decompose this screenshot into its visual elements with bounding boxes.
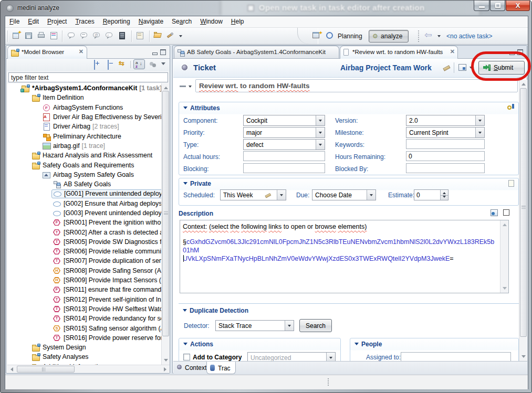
estimate-spinner[interactable]: 0	[414, 189, 448, 200]
description-link[interactable]: §cGxhdGZvcm06L3Jlc291cmNlL0FpcmJhZ1N5c3R…	[183, 238, 498, 263]
attributes-action-icon[interactable]	[507, 104, 514, 111]
back-navigation-icon[interactable]: ⇦	[424, 31, 435, 41]
private-section-header[interactable]: Private	[183, 180, 211, 187]
attr-field-component[interactable]: Cockpit	[243, 115, 325, 126]
filter-input[interactable]	[8, 72, 168, 82]
tree-item[interactable]: [G001] Prevent unintended deployment	[7, 189, 161, 198]
menu-edit[interactable]: Edit	[24, 16, 43, 28]
close-icon[interactable]: ✕	[450, 48, 455, 55]
sort-icon[interactable]: a z ↓	[133, 59, 145, 69]
tree-item[interactable]: H[SR009] Provide Impact Sensors (AS	[7, 275, 161, 285]
tree-item[interactable]: H[SR008] Provide Safing Sensor (ASIL	[7, 266, 161, 275]
editor-scrollbar[interactable]	[519, 80, 527, 361]
tree-item[interactable]: T[SR006] Provide reliable communicat	[7, 247, 161, 256]
grid-icon[interactable]	[458, 64, 466, 71]
tree-item[interactable]: T[SR007] Provide duplication of sensc	[7, 256, 161, 265]
notes-icon[interactable]	[508, 180, 514, 187]
edit-pencil-icon[interactable]	[442, 63, 450, 71]
tree-item[interactable]: AirbagSystem Functions	[7, 103, 161, 112]
minimize-view-icon[interactable]	[151, 49, 158, 55]
tree-item[interactable]: AB Safety Goals	[7, 179, 161, 189]
toolbar-dropdown-icon[interactable]	[178, 31, 188, 41]
tree-item[interactable]: *AirbagSystem1.4ConformanceKit[1 task]	[7, 83, 161, 93]
active-task-indicator[interactable]: <no active task>	[446, 33, 492, 40]
description-textarea[interactable]: Context: (select the following links to …	[180, 220, 509, 293]
mention-icon[interactable]: @	[92, 31, 103, 41]
page-tab-context[interactable]: Context	[174, 362, 206, 374]
assigned-to-field[interactable]	[401, 352, 511, 361]
attr-field-hoursremaining[interactable]: 0	[406, 151, 485, 161]
tree-item[interactable]: System Design	[7, 343, 161, 352]
description-scrollbar[interactable]	[500, 220, 508, 293]
menu-traces[interactable]: Traces	[71, 16, 98, 28]
save-icon[interactable]	[24, 31, 35, 41]
link-with-editor-icon[interactable]: ⇆	[119, 59, 124, 67]
editor-tab-ab-safety-goals[interactable]: AB Safety Goals - AirbagSystem1.4Conform…	[174, 46, 339, 59]
minimize-button[interactable]	[474, 1, 489, 11]
search-comment-icon[interactable]: ⌕	[105, 31, 116, 41]
tree-item[interactable]: T[SR002] After a crash is detected and	[7, 227, 161, 237]
open-folder-icon[interactable]	[153, 31, 164, 41]
menu-help[interactable]: Help	[227, 16, 248, 28]
collapse-all-icon[interactable]	[108, 60, 109, 70]
attr-field-version[interactable]: 2.0	[406, 115, 485, 126]
tree-item[interactable]: T[SR012] Prevent self-iginition of Init	[7, 295, 161, 304]
people-section-header[interactable]: People	[354, 341, 382, 348]
analyze-perspective-button[interactable]: ⚙ analyze	[369, 30, 409, 43]
tree-item[interactable]: T[SR005] Provide SW Diagnostics for	[7, 237, 161, 247]
model-tree[interactable]: *AirbagSystem1.4ConformanceKit[1 task]It…	[7, 83, 161, 365]
report-icon[interactable]	[49, 31, 60, 41]
summary-menu-icon[interactable]	[180, 86, 186, 87]
add-to-category-checkbox[interactable]	[183, 354, 190, 360]
detector-combo[interactable]: Stack Trace	[215, 320, 294, 331]
tree-item[interactable]: [G003] Prevent unintended deployme	[7, 208, 161, 218]
new-comment-icon[interactable]	[67, 31, 78, 41]
open-perspective-icon[interactable]: ✦	[312, 31, 322, 41]
expand-all-icon[interactable]	[94, 60, 95, 70]
tree-item[interactable]: airbag.gif[1 trace]	[7, 141, 161, 151]
menu-navigate[interactable]: Navigate	[134, 16, 168, 28]
comments-icon[interactable]	[80, 31, 90, 41]
tree-horizontal-scrollbar[interactable]	[7, 365, 170, 373]
summary-field[interactable]: Review wrt. to random HW-faults	[195, 79, 518, 92]
tree-item[interactable]: T[SR013] Provide HW Selftest Watchd	[7, 304, 161, 314]
preview-icon[interactable]	[491, 209, 498, 216]
close-button[interactable]: X	[506, 1, 530, 11]
tree-item[interactable]: F[SR011] esnure that fire command is	[7, 285, 161, 294]
tree-item[interactable]: Hazard Analysis and Risk Assessment	[7, 151, 161, 160]
menu-reporting[interactable]: Reporting	[99, 16, 134, 28]
attr-field-milestone[interactable]: Current Sprint	[406, 127, 485, 138]
tree-item[interactable]: Item Definition	[7, 93, 161, 102]
model-browser-tab[interactable]: *Model Browser ✕	[7, 46, 87, 59]
attributes-section-header[interactable]: Attributes	[183, 104, 220, 112]
tree-item[interactable]: F[SR001] Prevent the ignition without	[7, 218, 161, 227]
scheduled-combo[interactable]: This Week	[220, 189, 286, 200]
attr-field-blocking[interactable]	[243, 163, 325, 173]
brush-icon[interactable]	[166, 31, 176, 41]
category-combo[interactable]: Uncategorized	[247, 352, 336, 361]
page-tab-trac[interactable]: Trac	[206, 362, 236, 374]
restore-button[interactable]	[490, 1, 505, 11]
due-combo[interactable]: Choose Date	[312, 189, 376, 200]
menu-search[interactable]: Search	[168, 16, 196, 28]
print-icon[interactable]	[37, 31, 47, 41]
tree-item[interactable]: S[SR015] Safing sensor algorithm (AS	[7, 323, 161, 333]
description-section-header[interactable]: Description	[179, 210, 213, 217]
attr-field-type[interactable]: defect	[243, 139, 325, 150]
tree-item[interactable]: Driver Airbag[2 traces]	[7, 122, 161, 131]
menu-project[interactable]: Project	[43, 16, 71, 28]
search-button[interactable]: Search	[299, 319, 332, 332]
attr-field-blockedby[interactable]	[406, 163, 485, 173]
tree-item[interactable]: Preliminary Architecture	[7, 131, 161, 141]
tree-item[interactable]: [G002] Ensure that Airbag deploys in	[7, 199, 161, 208]
planning-label[interactable]: Planning	[338, 33, 362, 40]
tree-item[interactable]: Safety Goals and Requirements	[7, 160, 161, 169]
maximize-view-icon[interactable]	[160, 49, 166, 55]
new-icon[interactable]: ✦	[12, 31, 22, 41]
back-dropdown-icon[interactable]	[436, 31, 446, 41]
menu-window[interactable]: Window	[196, 16, 227, 28]
menu-file[interactable]: File	[5, 16, 24, 28]
attr-field-actualhours[interactable]	[243, 151, 325, 161]
attr-field-priority[interactable]: major	[243, 127, 325, 138]
attr-field-keywords[interactable]	[406, 139, 485, 149]
